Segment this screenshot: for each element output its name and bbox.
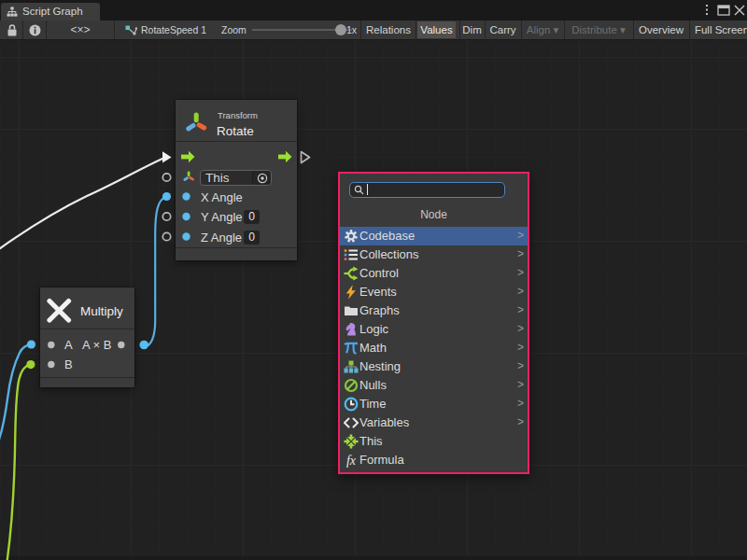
svg-text:fx: fx: [346, 454, 357, 468]
